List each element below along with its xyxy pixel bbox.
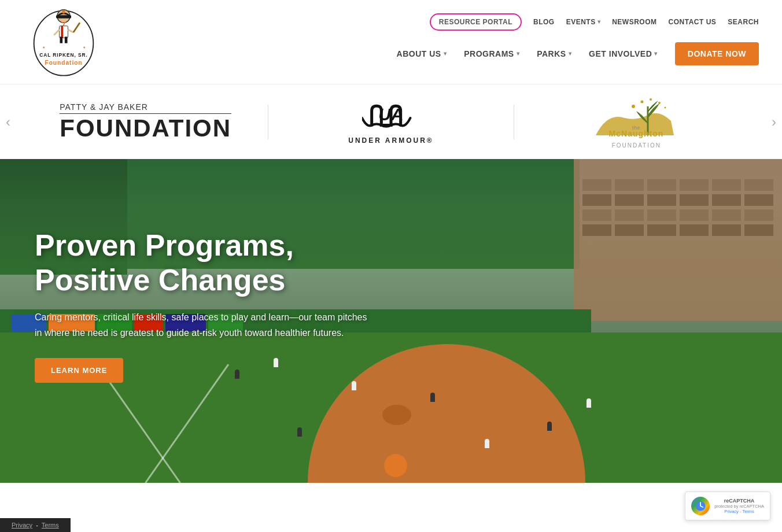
svg-rect-2: [56, 15, 71, 19]
blog-link[interactable]: BLOG: [533, 18, 555, 26]
svg-text:McNaughton: McNaughton: [609, 129, 664, 138]
player-3: [430, 393, 435, 402]
pitcher-mound: [382, 405, 411, 425]
mcnaughton-logo: the McNaughton FOUNDATION: [590, 95, 683, 149]
resource-portal-link[interactable]: RESOURCE PORTAL: [430, 13, 522, 31]
player-7: [547, 422, 552, 431]
about-us-link[interactable]: ABOUT US ▾: [397, 49, 447, 58]
player-5: [297, 427, 302, 437]
svg-rect-5: [60, 26, 68, 38]
patty-baker-top: PATTY & JAY BAKER: [60, 103, 231, 114]
top-navigation: RESOURCE PORTAL BLOG EVENTS ▾ NEWSROOM C…: [430, 5, 759, 36]
hero-section: Proven Programs, Positive Changes Caring…: [0, 159, 782, 483]
events-link[interactable]: EVENTS ▾: [566, 18, 601, 26]
svg-text:UA: UA: [378, 105, 403, 124]
under-armour-logo: UA UNDER ARMOUR®: [348, 99, 433, 145]
about-chevron-icon: ▾: [444, 50, 447, 57]
svg-point-20: [658, 102, 661, 104]
svg-text:★: ★: [42, 46, 45, 49]
learn-more-button[interactable]: LEARN MORE: [35, 358, 123, 383]
patty-baker-bottom: FOUNDATION: [60, 116, 231, 141]
hero-description: Caring mentors, critical life skills, sa…: [35, 309, 370, 341]
get-involved-link[interactable]: GET INVOLVED ▾: [589, 49, 658, 58]
donate-button[interactable]: DONATE NOW: [675, 42, 759, 65]
bottom-navigation: ABOUT US ▾ PROGRAMS ▾ PARKS ▾ GET INVOLV…: [397, 36, 759, 77]
mcnaughton-sub-text: FOUNDATION: [612, 142, 661, 149]
site-logo: 7 CAL RIPKEN, SR. Foundation ★ ★: [23, 0, 104, 81]
sponsor-bar: ‹ PATTY & JAY BAKER FOUNDATION UA UNDER …: [0, 84, 782, 159]
search-link[interactable]: SEARCH: [728, 18, 759, 26]
svg-point-18: [641, 101, 644, 104]
header-main: 7 CAL RIPKEN, SR. Foundation ★ ★: [23, 0, 759, 84]
events-chevron-icon: ▾: [597, 19, 601, 25]
building-right: [574, 159, 782, 321]
get-involved-chevron-icon: ▾: [654, 50, 658, 57]
ua-icon: UA: [362, 99, 420, 134]
svg-rect-7: [60, 36, 62, 43]
contact-us-link[interactable]: CONTACT US: [669, 18, 717, 26]
player-6: [485, 439, 489, 448]
ua-text-label: UNDER ARMOUR®: [348, 136, 433, 145]
hero-title: Proven Programs, Positive Changes: [35, 228, 411, 298]
svg-rect-8: [65, 36, 68, 43]
svg-point-19: [650, 98, 652, 101]
svg-text:★: ★: [83, 46, 86, 49]
programs-chevron-icon: ▾: [517, 50, 520, 57]
programs-link[interactable]: PROGRAMS ▾: [464, 49, 519, 58]
hero-content: Proven Programs, Positive Changes Caring…: [35, 228, 411, 383]
player-8: [586, 398, 591, 408]
logo-area[interactable]: 7 CAL RIPKEN, SR. Foundation ★ ★: [23, 0, 104, 81]
patty-baker-logo: PATTY & JAY BAKER FOUNDATION: [60, 103, 231, 141]
carousel-next-button[interactable]: ›: [772, 114, 776, 130]
carousel-prev-button[interactable]: ‹: [6, 114, 10, 130]
svg-line-11: [73, 23, 80, 32]
sponsor-patty-baker: PATTY & JAY BAKER FOUNDATION: [23, 103, 268, 141]
svg-line-10: [68, 29, 73, 32]
mcnaughton-icon: the McNaughton: [590, 95, 683, 141]
sponsor-under-armour: UA UNDER ARMOUR®: [268, 99, 513, 145]
svg-point-3: [62, 10, 65, 14]
svg-point-17: [632, 105, 635, 108]
parks-chevron-icon: ▾: [569, 50, 572, 57]
svg-point-21: [665, 107, 666, 109]
newsroom-link[interactable]: NEWSROOM: [612, 18, 656, 26]
site-header: 7 CAL RIPKEN, SR. Foundation ★ ★: [0, 0, 782, 84]
svg-line-9: [54, 29, 59, 35]
home-plate: [384, 454, 407, 477]
parks-link[interactable]: PARKS ▾: [537, 49, 571, 58]
svg-rect-6: [61, 26, 63, 38]
sponsor-mcnaughton: the McNaughton FOUNDATION: [514, 95, 759, 149]
svg-text:Foundation: Foundation: [45, 60, 82, 66]
svg-text:CAL RIPKEN, SR.: CAL RIPKEN, SR.: [39, 52, 88, 58]
